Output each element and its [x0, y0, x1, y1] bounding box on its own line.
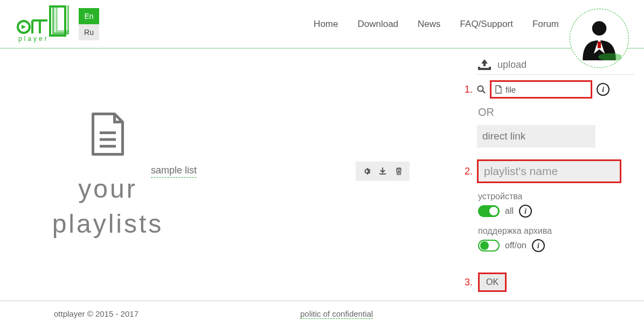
- gear-icon[interactable]: [362, 167, 371, 176]
- nav-home[interactable]: Home: [314, 19, 338, 30]
- nav-download[interactable]: Download: [357, 19, 398, 30]
- svg-point-6: [592, 21, 607, 36]
- search-icon[interactable]: [477, 85, 486, 94]
- file-label: file: [505, 85, 516, 94]
- devices-label: устройства: [478, 192, 634, 201]
- logo[interactable]: player: [15, 5, 69, 43]
- archive-toggle-label: off/on: [505, 241, 527, 250]
- download-icon[interactable]: [378, 167, 387, 176]
- playlist-name-input[interactable]: playlist's name: [477, 159, 621, 183]
- svg-rect-7: [598, 41, 601, 48]
- nav-news[interactable]: News: [418, 19, 441, 30]
- document-icon: [90, 113, 126, 156]
- info-icon[interactable]: i: [519, 205, 532, 218]
- svg-rect-4: [57, 5, 69, 31]
- title-line2: playlists: [52, 210, 164, 238]
- svg-text:player: player: [18, 35, 49, 43]
- svg-marker-1: [22, 25, 26, 29]
- svg-rect-13: [478, 67, 480, 70]
- ottplayer-logo-icon: player: [15, 5, 69, 43]
- title-line1: your: [78, 175, 137, 203]
- archive-label: поддержка архива: [478, 226, 634, 236]
- nav-faq[interactable]: FAQ/Support: [460, 19, 513, 30]
- devices-toggle[interactable]: [478, 205, 500, 217]
- playlist-name-placeholder: playlist's name: [484, 165, 558, 178]
- avatar-icon: [577, 16, 621, 60]
- lang-en[interactable]: En: [79, 8, 99, 24]
- page-title: your playlists: [52, 172, 164, 242]
- file-icon: [495, 85, 502, 94]
- trash-icon[interactable]: [394, 167, 403, 176]
- upload-icon: [477, 58, 492, 71]
- direct-link-input[interactable]: [477, 125, 595, 148]
- devices-all-label: all: [505, 206, 514, 216]
- footer-copyright: ottplayer © 2015 - 2017: [54, 309, 139, 318]
- footer-policy-link[interactable]: politic of confidential: [300, 309, 373, 319]
- playlist-actions: [356, 162, 410, 181]
- file-input[interactable]: file: [490, 80, 592, 99]
- lang-ru[interactable]: Ru: [79, 24, 99, 40]
- info-icon[interactable]: i: [597, 83, 610, 96]
- nav-forum[interactable]: Forum: [532, 19, 559, 30]
- svg-line-16: [482, 90, 485, 93]
- avatar[interactable]: [570, 9, 629, 68]
- svg-rect-12: [479, 68, 490, 70]
- svg-rect-14: [489, 67, 491, 70]
- info-icon[interactable]: i: [532, 239, 545, 252]
- or-separator: OR: [478, 106, 634, 118]
- playlist-sample-link[interactable]: sample list: [151, 165, 197, 178]
- ok-button[interactable]: OK: [478, 273, 507, 292]
- upload-label: upload: [497, 59, 527, 71]
- archive-toggle[interactable]: [478, 240, 500, 252]
